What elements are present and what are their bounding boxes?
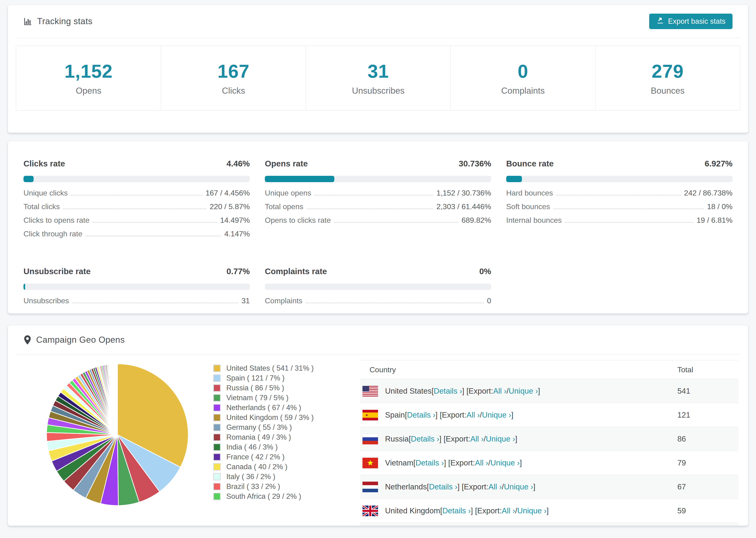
country-cell: Vietnam [Details ›] [Export: All › / Uni… (362, 458, 677, 468)
summary-stat-label: Unsubscribes (352, 86, 405, 96)
geo-total-cell: 86 (677, 427, 739, 451)
country-cell: Russia [Details ›] [Export: All › / Uniq… (362, 434, 677, 444)
rate-detail-label: Soft bounces (506, 202, 550, 211)
geo-country-cell: Germany [Details ›] [Export: All › / Uni… (360, 523, 677, 526)
rate-detail-row: Clicks to opens rate14.497% (24, 216, 250, 230)
details-link[interactable]: Details › (429, 482, 458, 491)
details-link[interactable]: Details › (442, 506, 471, 515)
export-prefix: ] [Export: (436, 410, 466, 419)
export-unique-link[interactable]: Unique › (517, 506, 547, 515)
summary-stat-label: Opens (76, 86, 101, 96)
bracket: [ (440, 506, 442, 515)
legend-label: Germany ( 55 / 3% ) (226, 423, 292, 432)
rate-detail-row: Opens to clicks rate689.82% (265, 216, 491, 230)
dotted-leader (565, 222, 693, 223)
details-link[interactable]: Details › (411, 435, 439, 443)
rate-detail-value: 31 (242, 296, 250, 305)
rate-detail-row: Internal bounces19 / 6.81% (506, 216, 732, 230)
rate-header: Bounce rate6.927% (506, 159, 732, 168)
export-all-link[interactable]: All › (466, 410, 480, 419)
rate-detail-label: Total opens (265, 202, 303, 211)
summary-stat-value: 279 (652, 61, 684, 82)
bracket: ] (538, 387, 540, 396)
export-all-link[interactable]: All › (488, 482, 502, 491)
geo-total-cell: 55 (677, 523, 739, 526)
legend-label: Italy ( 36 / 2% ) (226, 472, 275, 481)
rate-progress-bar (506, 176, 732, 182)
rate-detail-label: Hard bounces (506, 189, 553, 197)
rate-value: 6.927% (705, 159, 732, 168)
rate-title: Opens rate (265, 159, 308, 168)
rate-section: Opens rate30.736%Unique opens1,152 / 30.… (265, 159, 491, 243)
summary-stat-label: Complaints (501, 86, 545, 96)
rate-detail-row: Complaints0 (265, 296, 491, 310)
export-prefix: ] [Export: (462, 387, 493, 396)
geo-header: Campaign Geo Opens (16, 325, 740, 355)
rate-section: Clicks rate4.46%Unique clicks167 / 4.456… (24, 159, 250, 243)
legend-label: United Kingdom ( 59 / 3% ) (226, 413, 314, 422)
export-all-link[interactable]: All › (475, 458, 488, 467)
dotted-leader (553, 208, 704, 209)
legend-swatch (213, 434, 221, 441)
rate-value: 4.46% (227, 159, 250, 168)
rate-header: Unsubscribe rate0.77% (24, 267, 250, 276)
rate-detail-row: Total clicks220 / 5.87% (24, 202, 250, 216)
export-basic-stats-button[interactable]: Export basic stats (649, 14, 732, 29)
rate-detail-value: 220 / 5.87% (210, 202, 250, 211)
legend-label: Brazil ( 33 / 2% ) (226, 482, 280, 491)
rate-value: 0.77% (227, 267, 250, 276)
geo-body: United States ( 541 / 31% )Spain ( 121 /… (8, 355, 748, 526)
legend-item: Italy ( 36 / 2% ) (213, 472, 345, 482)
rate-detail-value: 167 / 4.456% (205, 189, 250, 197)
rate-header: Complaints rate0% (265, 267, 491, 276)
rate-detail-value: 14.497% (220, 216, 250, 225)
country-name: United Kingdom (385, 506, 440, 515)
details-link[interactable]: Details › (415, 458, 444, 467)
geo-country-cell: Russia [Details ›] [Export: All › / Uniq… (360, 427, 677, 451)
country-cell: Spain [Details ›] [Export: All › / Uniqu… (362, 410, 677, 420)
export-all-link[interactable]: All › (493, 387, 507, 396)
rate-detail-label: Click through rate (24, 230, 82, 238)
export-unique-link[interactable]: Unique › (486, 435, 515, 443)
rate-progress-bar (265, 176, 491, 182)
geo-col-total: Total (677, 360, 739, 379)
bracket: ] (515, 435, 517, 443)
rate-detail-value: 2,303 / 61.446% (436, 202, 491, 211)
export-all-link[interactable]: All › (502, 506, 515, 515)
export-prefix: ] [Export: (444, 458, 475, 467)
bracket: ] (511, 410, 513, 419)
geo-country-cell: United States [Details ›] [Export: All ›… (360, 379, 677, 403)
legend-item: Brazil ( 33 / 2% ) (213, 482, 345, 492)
flag-es-icon (362, 410, 378, 420)
rate-progress-fill (506, 176, 522, 182)
export-unique-link[interactable]: Unique › (509, 387, 538, 396)
legend-swatch (213, 414, 221, 421)
rate-progress-bar (24, 176, 250, 182)
export-all-link[interactable]: All › (470, 435, 484, 443)
rate-detail-rows: Hard bounces242 / 86.738%Soft bounces18 … (506, 189, 732, 230)
campaign-geo-opens-card: Campaign Geo Opens United States ( 541 /… (8, 325, 748, 526)
export-unique-link[interactable]: Unique › (482, 410, 512, 419)
geo-table-row: Spain [Details ›] [Export: All › / Uniqu… (360, 403, 739, 427)
rate-detail-label: Clicks to opens rate (24, 216, 89, 225)
rate-detail-row: Hard bounces242 / 86.738% (506, 189, 732, 202)
rate-header: Clicks rate4.46% (24, 159, 250, 168)
rate-detail-value: 1,152 / 30.736% (436, 189, 491, 197)
export-unique-link[interactable]: Unique › (504, 482, 533, 491)
details-link[interactable]: Details › (407, 410, 436, 419)
rate-detail-rows: Unsubscribes31 (24, 296, 250, 310)
rate-detail-row: Unique clicks167 / 4.456% (24, 189, 250, 202)
geo-table-row: Vietnam [Details ›] [Export: All › / Uni… (360, 451, 739, 475)
details-link[interactable]: Details › (434, 387, 462, 396)
export-unique-link[interactable]: Unique › (490, 458, 520, 467)
country-name: United States (385, 387, 432, 396)
rate-detail-label: Unsubscribes (24, 296, 69, 305)
legend-item: South Africa ( 29 / 2% ) (213, 492, 345, 501)
bracket: ] (519, 458, 522, 467)
rate-progress-fill (24, 176, 33, 182)
rate-section: Unsubscribe rate0.77%Unsubscribes31 (24, 267, 250, 310)
rate-detail-row: Unique opens1,152 / 30.736% (265, 189, 491, 202)
legend-swatch (213, 443, 221, 451)
geo-table-row: Germany [Details ›] [Export: All › / Uni… (360, 523, 739, 526)
dotted-leader (306, 302, 484, 303)
